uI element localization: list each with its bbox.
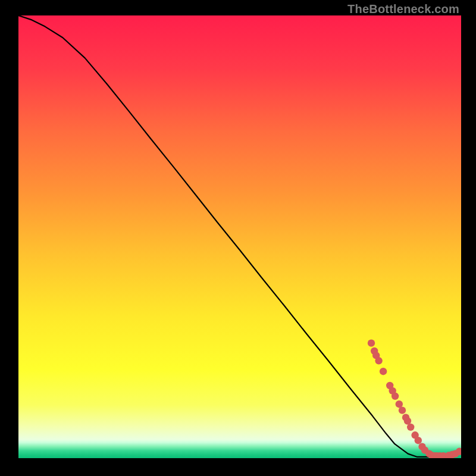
- curve-layer: [18, 15, 461, 458]
- highlight-dot: [399, 406, 406, 414]
- highlight-dot: [407, 424, 414, 431]
- watermark-text: TheBottleneck.com: [347, 2, 459, 16]
- highlight-dot: [375, 357, 382, 364]
- highlight-dot: [415, 437, 422, 444]
- highlight-dots: [368, 339, 461, 458]
- plot-area: [18, 15, 461, 458]
- highlight-dot: [392, 393, 399, 400]
- chart-stage: TheBottleneck.com: [0, 0, 476, 476]
- highlight-dot: [380, 368, 387, 375]
- highlight-dot: [368, 339, 375, 346]
